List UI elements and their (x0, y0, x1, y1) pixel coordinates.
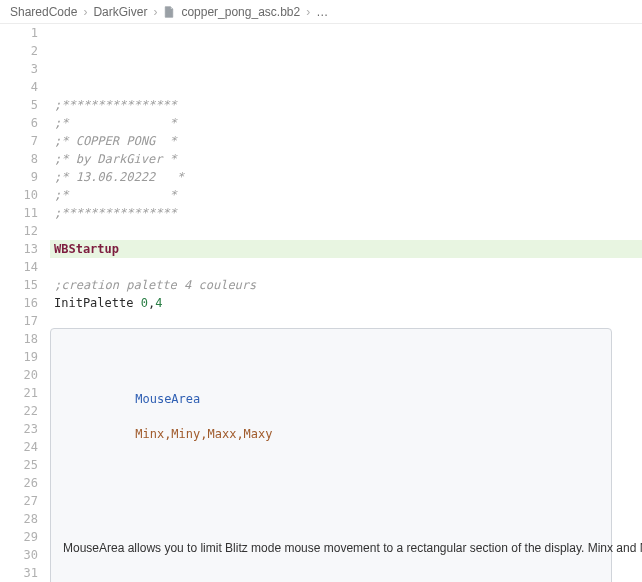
line-number: 10 (0, 186, 38, 204)
line-number: 19 (0, 348, 38, 366)
code-line[interactable]: ;* * (54, 114, 642, 132)
code-line[interactable]: ;* by DarkGiver * (54, 150, 642, 168)
breadcrumb-root[interactable]: SharedCode (10, 0, 77, 24)
line-number: 21 (0, 384, 38, 402)
code-area[interactable]: MouseArea Minx,Miny,Maxx,Maxy MouseArea … (50, 24, 642, 582)
code-line[interactable]: ;**************** (54, 204, 642, 222)
line-number: 23 (0, 420, 38, 438)
line-number: 27 (0, 492, 38, 510)
hover-fn-args: Minx,Miny,Maxx,Maxy (135, 427, 272, 441)
line-number: 18 (0, 330, 38, 348)
line-number: 22 (0, 402, 38, 420)
token-kw: WBStartup (54, 242, 119, 256)
token-cmt: ;**************** (54, 98, 177, 112)
current-line-highlight (50, 240, 642, 258)
code-editor[interactable]: 1234567891011121314151617181920212223242… (0, 24, 642, 582)
line-number: 5 (0, 96, 38, 114)
line-number: 29 (0, 528, 38, 546)
line-number: 30 (0, 546, 38, 564)
hover-body: MouseArea allows you to limit Blitz mode… (63, 506, 599, 582)
hover-paragraph: MouseArea allows you to limit Blitz mode… (63, 540, 599, 557)
line-number: 26 (0, 474, 38, 492)
documentation-hover[interactable]: MouseArea Minx,Miny,Maxx,Maxy MouseArea … (50, 328, 612, 582)
code-line[interactable]: ;**************** (54, 96, 642, 114)
chevron-right-icon: › (306, 0, 310, 24)
token-cmt: ;* 13.06.20222 * (54, 170, 184, 184)
token-num: 0 (141, 296, 148, 310)
line-number: 17 (0, 312, 38, 330)
code-line[interactable]: ;* * (54, 186, 642, 204)
line-number: 28 (0, 510, 38, 528)
breadcrumb-file[interactable]: copper_pong_asc.bb2 (181, 0, 300, 24)
token-cmt: ;creation palette 4 couleurs (54, 278, 256, 292)
line-number: 13 (0, 240, 38, 258)
line-number: 20 (0, 366, 38, 384)
code-line[interactable] (54, 258, 642, 276)
token-cmt: ;* COPPER PONG * (54, 134, 177, 148)
line-number: 15 (0, 276, 38, 294)
token-cmt: ;* * (54, 188, 177, 202)
token-cmt: ;* by DarkGiver * (54, 152, 177, 166)
hover-fn-name: MouseArea (135, 392, 200, 406)
line-number: 25 (0, 456, 38, 474)
line-number: 16 (0, 294, 38, 312)
line-number: 7 (0, 132, 38, 150)
chevron-right-icon: › (83, 0, 87, 24)
line-number: 4 (0, 78, 38, 96)
editor-root: SharedCode › DarkGiver › copper_pong_asc… (0, 0, 642, 582)
token-num: 4 (155, 296, 162, 310)
line-number: 8 (0, 150, 38, 168)
token-cmt: ;**************** (54, 206, 177, 220)
code-line[interactable] (54, 222, 642, 240)
line-number: 11 (0, 204, 38, 222)
code-line[interactable]: ;creation palette 4 couleurs (54, 276, 642, 294)
line-number: 6 (0, 114, 38, 132)
file-icon (163, 6, 175, 18)
line-number: 31 (0, 564, 38, 582)
chevron-right-icon: › (153, 0, 157, 24)
line-number: 2 (0, 42, 38, 60)
code-line[interactable]: ;* 13.06.20222 * (54, 168, 642, 186)
line-number: 9 (0, 168, 38, 186)
hover-signature: MouseArea Minx,Miny,Maxx,Maxy (63, 374, 599, 461)
breadcrumb-more[interactable]: … (316, 0, 328, 24)
line-number: 1 (0, 24, 38, 42)
line-number: 12 (0, 222, 38, 240)
breadcrumb: SharedCode › DarkGiver › copper_pong_asc… (0, 0, 642, 24)
code-line[interactable]: InitPalette 0,4 (54, 294, 642, 312)
token-cmt: ;* * (54, 116, 177, 130)
line-gutter: 1234567891011121314151617181920212223242… (0, 24, 50, 582)
line-number: 3 (0, 60, 38, 78)
code-line[interactable]: ;* COPPER PONG * (54, 132, 642, 150)
line-number: 24 (0, 438, 38, 456)
breadcrumb-folder[interactable]: DarkGiver (93, 0, 147, 24)
token-id: InitPalette (54, 296, 141, 310)
line-number: 14 (0, 258, 38, 276)
